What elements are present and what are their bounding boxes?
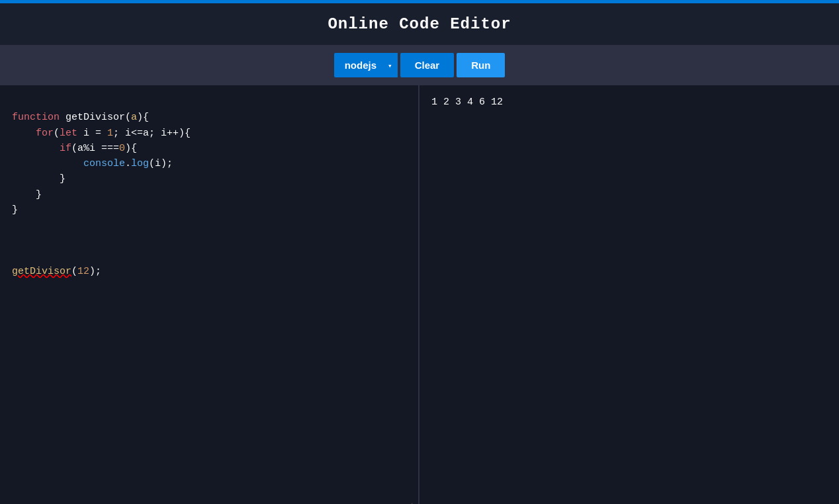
output-values: 1 2 3 4 6 12: [431, 95, 827, 110]
code-display: function getDivisor(a){ for(let i = 1; i…: [0, 85, 418, 504]
resize-handle[interactable]: ◢: [408, 500, 416, 504]
header: Online Code Editor: [0, 3, 839, 45]
output-panel: 1 2 3 4 6 12: [420, 85, 839, 504]
run-button[interactable]: Run: [457, 53, 505, 77]
language-select[interactable]: nodejs python java c++: [334, 53, 398, 77]
code-editor-wrapper: function getDivisor(a){ for(let i = 1; i…: [0, 85, 420, 504]
editor-area: function getDivisor(a){ for(let i = 1; i…: [0, 85, 839, 504]
language-selector-wrapper: nodejs python java c++ ▾: [334, 53, 398, 77]
toolbar: nodejs python java c++ ▾ Clear Run: [0, 45, 839, 85]
clear-button[interactable]: Clear: [400, 53, 455, 77]
page-title: Online Code Editor: [328, 15, 511, 33]
